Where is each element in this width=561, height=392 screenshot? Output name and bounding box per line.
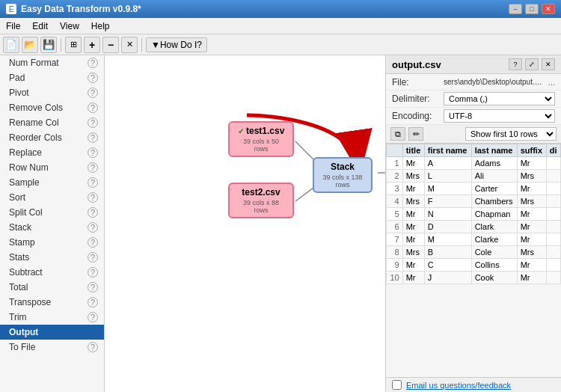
- file-label: File:: [392, 77, 441, 88]
- help-icon-stats[interactable]: ?: [88, 252, 98, 263]
- cell-suffix: Mr: [517, 183, 546, 195]
- cell-title: Mr: [402, 272, 424, 284]
- help-icon-reordercols[interactable]: ?: [88, 132, 98, 143]
- how-do-i-button[interactable]: ▼How Do I?: [146, 37, 207, 52]
- minimize-button[interactable]: –: [509, 4, 522, 14]
- zoom-out-button[interactable]: −: [102, 37, 119, 53]
- copy-table-button[interactable]: ⧉: [390, 127, 405, 141]
- sidebar-item-subtract[interactable]: Subtract ?: [0, 265, 104, 280]
- row-num: 2: [387, 170, 403, 183]
- cell-lastname: Carter: [471, 183, 517, 195]
- cell-firstname: L: [424, 170, 471, 183]
- cell-lastname: Cole: [471, 246, 517, 259]
- save-button[interactable]: 💾: [40, 37, 57, 53]
- cell-title: Mr: [402, 208, 424, 221]
- help-icon-removecols[interactable]: ?: [88, 102, 98, 113]
- help-icon-stamp[interactable]: ?: [88, 237, 98, 248]
- node-test1[interactable]: ✓ test1.csv 39 cols x 50 rows: [228, 121, 294, 157]
- panel-help-button[interactable]: ?: [509, 58, 522, 70]
- cell-firstname: F: [424, 195, 471, 208]
- help-icon-replace[interactable]: ?: [88, 147, 98, 158]
- help-icon-subtract[interactable]: ?: [88, 267, 98, 278]
- sidebar-item-total[interactable]: Total ?: [0, 280, 104, 295]
- cell-lastname: Ali: [471, 170, 517, 183]
- node-stack[interactable]: Stack 39 cols x 138 rows: [313, 157, 373, 193]
- menu-bar: File Edit View Help: [0, 18, 561, 34]
- sidebar-item-stats[interactable]: Stats ?: [0, 250, 104, 265]
- encoding-select[interactable]: UTF-8 Latin-1: [444, 109, 555, 123]
- open-button[interactable]: 📂: [22, 37, 38, 53]
- help-icon-stack[interactable]: ?: [88, 222, 98, 233]
- close-button[interactable]: ✕: [542, 4, 555, 14]
- help-icon-splitcol[interactable]: ?: [88, 207, 98, 218]
- sidebar-item-renamecol[interactable]: Rename Col ?: [0, 115, 104, 130]
- menu-file[interactable]: File: [3, 19, 23, 33]
- feedback-link[interactable]: Email us questions/feedback: [406, 381, 511, 390]
- help-icon-sample[interactable]: ?: [88, 177, 98, 188]
- sidebar-item-sort[interactable]: Sort ?: [0, 190, 104, 205]
- help-icon-trim[interactable]: ?: [88, 312, 98, 322]
- feedback-checkbox[interactable]: [392, 380, 402, 390]
- sidebar-item-pivot[interactable]: Pivot ?: [0, 85, 104, 100]
- menu-edit[interactable]: Edit: [29, 19, 51, 33]
- delimiter-label: Delimiter:: [392, 94, 441, 104]
- help-icon-rownum[interactable]: ?: [88, 162, 98, 173]
- sidebar-item-reordercols[interactable]: Reorder Cols ?: [0, 130, 104, 145]
- sidebar-item-removecols[interactable]: Remove Cols ?: [0, 100, 104, 115]
- help-icon-tofile[interactable]: ?: [88, 342, 98, 352]
- help-icon-pivot[interactable]: ?: [88, 88, 98, 98]
- cell-lastname: Chambers: [471, 195, 517, 208]
- help-icon-transpose[interactable]: ?: [88, 297, 98, 307]
- sidebar-item-sample[interactable]: Sample ?: [0, 175, 104, 190]
- file-value: sers\andyb\Desktop\output.csv: [444, 78, 545, 86]
- menu-help[interactable]: Help: [88, 19, 113, 33]
- cell-firstname: C: [424, 259, 471, 272]
- sidebar-item-stack[interactable]: Stack ?: [0, 220, 104, 235]
- sidebar-item-numformat[interactable]: Num Format ?: [0, 55, 104, 70]
- help-icon-total[interactable]: ?: [88, 282, 98, 293]
- close-tab-button[interactable]: ✕: [121, 37, 138, 53]
- col-header-firstname: first name: [424, 144, 471, 157]
- row-num: 10: [387, 272, 403, 284]
- data-table-container[interactable]: title first name last name suffix di 1 M…: [386, 144, 561, 377]
- cell-firstname: A: [424, 157, 471, 170]
- new-button[interactable]: 📄: [3, 37, 19, 53]
- window-controls: – □ ✕: [509, 4, 555, 14]
- rows-select[interactable]: Show first 10 rows Show first 100 rows S…: [465, 127, 557, 141]
- table-row: 7 Mr M Clarke Mr: [387, 233, 561, 246]
- help-icon-pad[interactable]: ?: [88, 73, 98, 83]
- cell-lastname: Collins: [471, 259, 517, 272]
- maximize-button[interactable]: □: [525, 4, 539, 14]
- row-num: 8: [387, 246, 403, 259]
- cell-lastname: Clarke: [471, 233, 517, 246]
- sidebar-item-tofile[interactable]: To File ?: [0, 340, 104, 355]
- sidebar-item-pad[interactable]: Pad ?: [0, 70, 104, 85]
- panel-expand-button[interactable]: ⤢: [525, 58, 539, 70]
- footer: Email us questions/feedback: [386, 377, 561, 392]
- help-icon-sort[interactable]: ?: [88, 192, 98, 203]
- sidebar-item-trim[interactable]: Trim ?: [0, 310, 104, 325]
- menu-view[interactable]: View: [57, 19, 82, 33]
- howdoi-label: ▼How Do I?: [151, 40, 202, 50]
- cell-suffix: Mr: [517, 259, 546, 272]
- help-icon-renamecol[interactable]: ?: [88, 117, 98, 128]
- table-row: 10 Mr J Cook Mr: [387, 272, 561, 284]
- edit-table-button[interactable]: ✏: [408, 127, 423, 141]
- row-num: 7: [387, 233, 403, 246]
- zoom-fit-button[interactable]: ⊞: [65, 37, 82, 53]
- cell-title: Mrs: [402, 246, 424, 259]
- canvas-area[interactable]: ✓ test1.csv 39 cols x 50 rows test2.csv …: [105, 55, 385, 392]
- toolbar: 📄 📂 💾 ⊞ + − ✕ ▼How Do I?: [0, 34, 561, 55]
- panel-close-button[interactable]: ✕: [542, 58, 555, 70]
- zoom-in-button[interactable]: +: [84, 37, 100, 53]
- sidebar-item-rownum[interactable]: Row Num ?: [0, 160, 104, 175]
- sidebar-item-output[interactable]: Output: [0, 325, 104, 340]
- node-test2[interactable]: test2.csv 39 cols x 88 rows: [228, 183, 294, 218]
- file-browse-btn[interactable]: ...: [548, 78, 555, 87]
- sidebar-item-splitcol[interactable]: Split Col ?: [0, 205, 104, 220]
- delimiter-select[interactable]: Comma (,) Tab Semicolon (;): [444, 92, 555, 105]
- sidebar-item-transpose[interactable]: Transpose ?: [0, 295, 104, 310]
- help-icon-numformat[interactable]: ?: [88, 58, 98, 68]
- sidebar-item-stamp[interactable]: Stamp ?: [0, 235, 104, 250]
- sidebar-item-replace[interactable]: Replace ?: [0, 145, 104, 160]
